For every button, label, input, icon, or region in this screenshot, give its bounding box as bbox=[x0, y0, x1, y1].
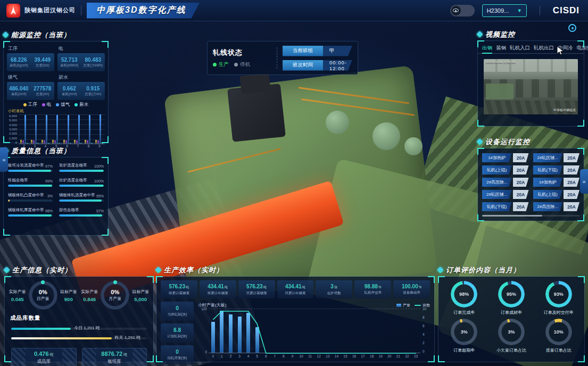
top-header-bar: 陕钢集团汉钢公司 中厚板3D数字化产线 H2309... ▼ CISDI bbox=[0, 0, 588, 21]
right-panel-collapse-tab[interactable]: » bbox=[580, 169, 588, 194]
energy-legend-item: 工序 bbox=[23, 102, 37, 108]
efficiency-side-stat: 0待轧坯量(块) bbox=[161, 345, 194, 364]
energy-bar bbox=[37, 143, 39, 144]
gauge-target-value: 900 bbox=[60, 296, 77, 302]
quality-progress-fill bbox=[59, 185, 104, 187]
line-status-pill: 当前班组甲 bbox=[283, 46, 352, 56]
device-name: 2#轧区辅... bbox=[533, 153, 563, 162]
device-item[interactable]: 1#加热炉20A bbox=[533, 178, 580, 187]
line-status-pill-value: 00:00-12:00 bbox=[323, 60, 352, 71]
quality-progress-fill bbox=[8, 199, 10, 202]
visibility-toggle-knob[interactable] bbox=[451, 6, 461, 15]
video-tab-轧机入口[interactable]: 轧机入口 bbox=[510, 45, 530, 53]
device-list-scrollbar[interactable] bbox=[482, 215, 579, 217]
hourly-ytick-left: 120 bbox=[201, 307, 207, 311]
line-state-item[interactable]: 生产 bbox=[213, 61, 229, 68]
energy-cell-values: 0.662单耗(m³/t)0.915总量(万m³) bbox=[57, 82, 105, 100]
energy-chart-title: 小时单耗 bbox=[8, 109, 108, 114]
hourly-xtick: 1 bbox=[218, 354, 227, 358]
quality-item-head: 板坯冷装温度命中率97% bbox=[8, 163, 53, 168]
quality-item-value: 99% bbox=[45, 179, 53, 183]
gauge-actual-label: 实际产量 bbox=[81, 289, 98, 295]
panel-line-status: 轧线状态 生产停机 当前班组甲班次时间00:00-12:00 bbox=[207, 41, 358, 75]
video-feed[interactable]: 2025-09-04 11:58:06 中厚板出钢辊道 bbox=[484, 59, 578, 114]
video-tab-出钢[interactable]: 出钢 bbox=[482, 45, 492, 53]
energy-value: 39.449 bbox=[31, 57, 55, 63]
energy-bar-group bbox=[52, 115, 60, 144]
device-name: 轧机(上辊) bbox=[533, 190, 563, 199]
quality-item-value: 97% bbox=[96, 209, 104, 213]
efficiency-side-label: 当班轧制(块) bbox=[168, 312, 187, 317]
energy-cell-half: 52.713单耗(kWh/t) bbox=[57, 57, 81, 68]
heat-number-dropdown[interactable]: H2309... ▼ bbox=[482, 4, 527, 17]
device-name: 2#高压除... bbox=[533, 202, 563, 211]
hourly-line-path bbox=[213, 311, 416, 353]
device-list-scrollbar-thumb[interactable] bbox=[482, 215, 542, 217]
energy-bar bbox=[46, 115, 47, 144]
energy-bar bbox=[100, 114, 101, 144]
video-tab-轧机出口[interactable]: 轧机出口 bbox=[534, 45, 554, 53]
warehouse-label: 板坯库 bbox=[107, 359, 121, 365]
device-name: 1#加热炉 bbox=[533, 178, 563, 187]
efficiency-stat-box: 3块在炉坯数 bbox=[316, 280, 352, 298]
quality-item-head: 出炉温度合格率100% bbox=[59, 178, 104, 183]
efficiency-stat-value: 576.23吨 bbox=[246, 284, 267, 290]
hourly-ytick-left: 0 bbox=[205, 350, 207, 354]
header-divider bbox=[540, 6, 540, 15]
quality-progress-fill bbox=[59, 199, 102, 202]
device-status-list: 1#加热炉20A2#轧区辅...20A轧机(上辊)20A轧机(下辊)20A2#高… bbox=[478, 148, 584, 213]
energy-cell-half: 80.483总量(万kWh) bbox=[81, 57, 105, 68]
device-item[interactable]: 轧机(下辊)20A bbox=[482, 202, 529, 211]
energy-bar bbox=[54, 140, 56, 144]
quality-progress-track bbox=[8, 214, 53, 217]
energy-chart-plotwrap: 23456789 bbox=[19, 114, 105, 148]
panel-quality-info: 质量信息（当班） 板坯冷装温度命中率97%装炉温度合格率100%性能合格率99%… bbox=[3, 146, 109, 236]
device-item[interactable]: 轧机(下辊)20A bbox=[533, 165, 580, 174]
panel-quality-title: 质量信息（当班） bbox=[11, 146, 71, 156]
device-item[interactable]: 2#高压除...20A bbox=[533, 202, 580, 211]
order-donut-value: 3% bbox=[498, 319, 525, 345]
hourly-legend-item: 产量 bbox=[396, 303, 410, 308]
quality-item: 钢板终轧厚度命中率98% bbox=[8, 207, 53, 217]
gauge-target-value: 5,000 bbox=[132, 296, 149, 302]
line-state-item[interactable]: 停机 bbox=[234, 61, 250, 68]
efficiency-stat-unit: 块 bbox=[334, 285, 338, 289]
energy-hourly-bar-chart: 6,0005,0004,0003,0002,0001,000023456789 bbox=[4, 114, 108, 148]
energy-cell-group-label: 新水 bbox=[59, 74, 105, 81]
production-gauge: 实际产量0.8460%月产量目标产量5,000 bbox=[79, 281, 152, 310]
video-panel-toggle-button[interactable] bbox=[568, 24, 576, 32]
video-tab-装钢[interactable]: 装钢 bbox=[496, 45, 506, 53]
line-status-pill-label: 当前班组 bbox=[283, 46, 323, 56]
order-donut-value: 98% bbox=[451, 281, 477, 307]
device-item[interactable]: 轧机(上辊)20A bbox=[533, 190, 580, 199]
panel-energy-title-row: 能源监控（当班） bbox=[3, 30, 109, 39]
hourly-xtick: 13 bbox=[324, 354, 333, 358]
quality-item-head: 钢板终轧厚度命中率98% bbox=[8, 207, 53, 213]
energy-ytick: 4,000 bbox=[6, 123, 17, 127]
device-item[interactable]: 2#高压除...20A bbox=[482, 178, 529, 187]
hourly-ytick-right: 8 bbox=[423, 315, 425, 319]
energy-bar bbox=[56, 115, 58, 144]
header-right-controls: H2309... ▼ CISDI bbox=[450, 4, 588, 17]
energy-bar bbox=[85, 140, 86, 144]
quality-item-value: 3% bbox=[47, 194, 53, 198]
inventory-bar-label: 昨天 1,291 吨 bbox=[115, 335, 140, 340]
device-item[interactable]: 轧机(上辊)20A bbox=[482, 165, 529, 174]
left-panel-collapse-tab[interactable]: « bbox=[0, 147, 8, 172]
device-item[interactable]: 2#轧区辅...20A bbox=[533, 153, 580, 162]
visibility-toggle[interactable] bbox=[450, 5, 475, 16]
efficiency-stat-value: 3块 bbox=[330, 284, 337, 290]
hourly-xtick: 23 bbox=[411, 354, 420, 358]
efficiency-stat-label: 在炉坯数 bbox=[327, 291, 341, 296]
device-item[interactable]: 1#加热炉20A bbox=[482, 153, 529, 162]
device-item[interactable]: 2#轧区辅...20A bbox=[482, 190, 529, 199]
order-donut-wrap: 98% bbox=[451, 281, 477, 307]
energy-bar bbox=[44, 140, 45, 144]
device-current-value: 20A bbox=[513, 153, 529, 162]
quality-item-label: 性能合格率 bbox=[8, 178, 28, 183]
gauge-center: 0%日产量 bbox=[29, 281, 57, 310]
device-current-value: 20A bbox=[513, 165, 529, 174]
device-name: 轧机(下辊) bbox=[482, 202, 512, 211]
order-donut-label: 订单完成率 bbox=[453, 310, 475, 315]
gauge-center: 0%月产量 bbox=[101, 281, 129, 310]
